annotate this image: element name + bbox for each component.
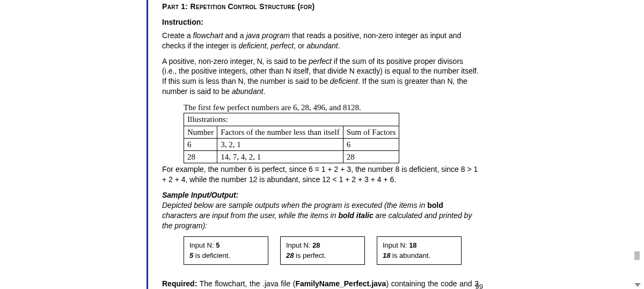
text-italic: perfect <box>309 57 332 66</box>
illustration-block: Illustrations: Number Factors of the num… <box>184 113 479 163</box>
text-bold-italic: bold italic <box>338 211 373 220</box>
text: Depicted below are sample outputs when t… <box>162 201 427 209</box>
text-italic: deficient <box>330 77 358 85</box>
sample-input: 5 <box>216 241 219 249</box>
text-bold: bold <box>427 201 443 209</box>
cell-sum: 28 <box>343 151 399 163</box>
cell-number: 28 <box>184 151 217 163</box>
text: characters are input from the user, whil… <box>162 211 338 220</box>
table-header: Factors of the number less than itself <box>217 126 343 138</box>
paragraph-definition: A positive, non-zero integer, N, is said… <box>162 56 479 97</box>
sample-prompt: Input N: <box>189 241 216 249</box>
sample-input: 28 <box>312 241 320 249</box>
scroll-down-icon[interactable] <box>634 283 641 287</box>
sample-io-description: Depicted below are sample outputs when t… <box>162 200 479 231</box>
paragraph-example: For example, the number 6 is perfect, si… <box>162 164 479 185</box>
text-italic: abundant <box>306 41 338 50</box>
text: The flowchart, the .java file ( <box>197 279 295 288</box>
sample-output-n: 28 <box>286 251 294 259</box>
table-header: Sum of Factors <box>343 126 399 138</box>
sample-boxes-row: Input N: 5 5 is deficient. Input N: 28 2… <box>184 236 479 265</box>
text: A positive, non-zero integer, N, is said… <box>162 57 309 66</box>
sample-input: 18 <box>409 241 416 249</box>
sample-box-1: Input N: 5 5 is deficient. <box>184 236 268 265</box>
document-page: Part 1: Repetition Control Structure (fo… <box>0 0 644 289</box>
text-italic: abundant <box>232 87 263 96</box>
sample-output-n: 18 <box>383 251 390 259</box>
cell-factors: 14, 7, 4, 2, 1 <box>217 151 343 163</box>
text: . <box>263 87 265 96</box>
perfect-numbers-line: The first few perfect numbers are 6, 28,… <box>184 102 479 113</box>
text-italic: java program <box>246 31 290 40</box>
table-header: Number <box>184 126 217 138</box>
sample-output-text: is deficient. <box>193 251 230 259</box>
sample-prompt: Input N: <box>383 241 409 249</box>
table-row: 28 14, 7, 4, 2, 1 28 <box>184 151 399 163</box>
table-row: 6 3, 2, 1 6 <box>184 138 399 150</box>
illustration-table: Illustrations: Number Factors of the num… <box>184 113 399 163</box>
cell-sum: 6 <box>343 138 399 150</box>
text: . <box>338 41 340 50</box>
sample-box-3: Input N: 18 18 is abundant. <box>377 236 462 265</box>
instruction-label: Instruction: <box>162 17 479 27</box>
paragraph-intro: Create a flowchart and a java program th… <box>162 31 479 51</box>
table-caption: Illustrations: <box>184 113 399 126</box>
paragraph-required: Required: The flowchart, the .java file … <box>162 279 479 289</box>
scrollbar-thumb[interactable] <box>634 251 640 260</box>
text: , or <box>294 41 306 50</box>
page-number: 99 <box>475 283 483 289</box>
text-italic: flowchart <box>193 31 223 40</box>
cell-factors: 3, 2, 1 <box>217 138 343 150</box>
required-filename: FamilyName_Perfect.java <box>296 279 386 288</box>
sample-output-text: is abundant. <box>390 251 430 259</box>
text-italic: deficient <box>238 41 266 50</box>
text: and a <box>223 31 246 40</box>
change-bar <box>147 0 148 289</box>
text-italic: perfect <box>270 41 294 50</box>
sample-prompt: Input N: <box>286 241 312 249</box>
sample-io-label: Sample Input/Output: <box>162 190 479 200</box>
required-label: Required: <box>162 279 197 288</box>
cell-number: 6 <box>184 138 217 150</box>
sample-output-text: is perfect. <box>294 251 326 259</box>
section-heading: Part 1: Repetition Control Structure (fo… <box>162 2 479 12</box>
text: Create a <box>162 31 193 40</box>
sample-box-2: Input N: 28 28 is perfect. <box>280 236 365 265</box>
content-column: Part 1: Repetition Control Structure (fo… <box>162 0 479 289</box>
